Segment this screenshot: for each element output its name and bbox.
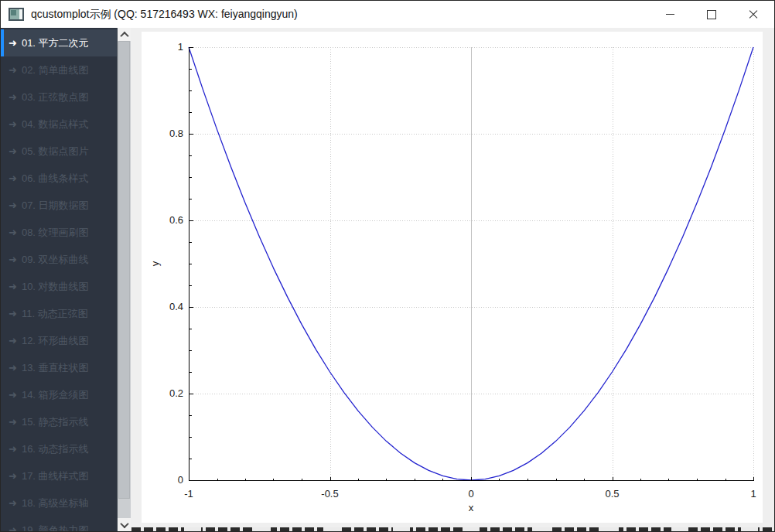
sidebar-item[interactable]: ➜12. 环形曲线图 (1, 327, 117, 354)
arrow-right-icon: ➜ (9, 254, 17, 265)
y-tick-label: 0 (178, 474, 183, 486)
sidebar-item[interactable]: ➜03. 正弦散点图 (1, 84, 117, 111)
sidebar-item[interactable]: ➜07. 日期数据图 (1, 192, 117, 219)
arrow-right-icon: ➜ (9, 308, 17, 319)
sidebar-item[interactable]: ➜17. 曲线样式图 (1, 462, 117, 489)
sidebar-item[interactable]: ➜19. 颜色热力图 (1, 517, 117, 531)
arrow-right-icon: ➜ (9, 362, 17, 373)
scroll-up-button[interactable] (118, 28, 131, 41)
sidebar-item[interactable]: ➜02. 简单曲线图 (1, 56, 117, 84)
arrow-right-icon: ➜ (9, 281, 17, 292)
sidebar-item-label: 02. 简单曲线图 (22, 64, 89, 76)
arrow-right-icon: ➜ (9, 172, 17, 184)
sidebar-item-label: 12. 环形曲线图 (22, 335, 89, 346)
app-icon-inner (11, 10, 16, 15)
sidebar-item[interactable]: ➜11. 动态正弦图 (1, 300, 117, 327)
arrow-right-icon: ➜ (9, 389, 17, 401)
y-axis-title: y (149, 261, 161, 266)
app-window-icon (9, 8, 24, 21)
window-title: qcustomplot示例 (QQ: 517216493 WX: feiyang… (31, 8, 298, 22)
y-tick-label: 0.2 (169, 387, 183, 399)
arrow-right-icon: ➜ (9, 37, 17, 49)
arrow-right-icon: ➜ (9, 227, 17, 238)
scrollbar-track[interactable] (118, 41, 131, 518)
sidebar-item[interactable]: ➜15. 静态指示线 (1, 408, 117, 435)
plot-panel: -1-0.500.5100.20.40.60.81xy (142, 32, 763, 523)
y-tick-label: 0.8 (169, 128, 183, 139)
window-body: ➜01. 平方二次元 ➜02. 简单曲线图 ➜03. 正弦散点图 ➜04. 数据… (1, 28, 774, 531)
sidebar-item-label: 05. 数据点图片 (22, 145, 89, 157)
sidebar-item-label: 11. 动态正弦图 (22, 308, 88, 319)
sidebar-item[interactable]: ➜16. 动态指示线 (1, 435, 117, 462)
sidebar-list: ➜01. 平方二次元 ➜02. 简单曲线图 ➜03. 正弦散点图 ➜04. 数据… (1, 28, 117, 531)
sidebar-item-label: 09. 双坐标曲线 (22, 254, 89, 265)
arrow-right-icon: ➜ (9, 335, 17, 346)
sidebar-item-label: 14. 箱形盒须图 (22, 389, 89, 401)
sidebar-item[interactable]: ➜13. 垂直柱状图 (1, 354, 117, 381)
sidebar-item[interactable]: ➜09. 双坐标曲线 (1, 246, 117, 273)
sidebar-item[interactable]: ➜18. 高级坐标轴 (1, 489, 117, 517)
sidebar-item-label: 18. 高级坐标轴 (22, 497, 89, 509)
sidebar-scrollbar[interactable] (117, 28, 131, 531)
sidebar-item-label: 03. 正弦散点图 (22, 91, 89, 103)
sidebar-item-label: 06. 曲线条样式 (22, 172, 89, 184)
arrow-right-icon: ➜ (9, 524, 17, 531)
sidebar-item[interactable]: ➜06. 曲线条样式 (1, 165, 117, 192)
chevron-down-icon (120, 519, 128, 527)
sidebar-item-label: 04. 数据点样式 (22, 118, 89, 130)
sidebar-item-label: 01. 平方二次元 (22, 37, 89, 49)
sidebar-item-label: 17. 曲线样式图 (22, 470, 89, 482)
arrow-right-icon: ➜ (9, 497, 17, 509)
sidebar-item-label: 07. 日期数据图 (22, 200, 89, 211)
window-controls (649, 1, 774, 28)
x-tick-label: 1 (750, 488, 756, 500)
x-tick-label: 0.5 (605, 488, 619, 500)
titlebar: qcustomplot示例 (QQ: 517216493 WX: feiyang… (1, 1, 774, 28)
chevron-up-icon (120, 31, 128, 39)
arrow-right-icon: ➜ (9, 200, 17, 211)
arrow-right-icon: ➜ (9, 145, 17, 157)
arrow-right-icon: ➜ (9, 443, 17, 455)
sidebar-item-label: 15. 静态指示线 (22, 416, 89, 428)
main-area: -1-0.500.5100.20.40.60.81xy (131, 28, 774, 531)
app-icon-panel (19, 9, 22, 19)
arrow-right-icon: ➜ (9, 118, 17, 130)
x-axis-title: x (469, 502, 474, 513)
sidebar-item[interactable]: ➜05. 数据点图片 (1, 138, 117, 165)
background-window-sliver (131, 527, 773, 531)
sidebar-item-label: 13. 垂直柱状图 (22, 362, 89, 373)
close-icon (749, 10, 758, 19)
sidebar-item-label: 08. 纹理画刷图 (22, 227, 89, 238)
arrow-right-icon: ➜ (9, 64, 17, 76)
arrow-right-icon: ➜ (9, 91, 17, 103)
plot-canvas[interactable]: -1-0.500.5100.20.40.60.81xy (142, 32, 763, 523)
maximize-icon (707, 10, 716, 19)
sidebar-item[interactable]: ➜04. 数据点样式 (1, 111, 117, 138)
x-tick-label: 0 (468, 488, 473, 500)
arrow-right-icon: ➜ (9, 416, 17, 428)
x-tick-label: -1 (184, 488, 193, 500)
minimize-icon (666, 14, 674, 15)
x-tick-label: -0.5 (321, 488, 338, 500)
sidebar-item-label: 19. 颜色热力图 (22, 524, 89, 531)
sidebar-item[interactable]: ➜08. 纹理画刷图 (1, 219, 117, 246)
y-tick-label: 0.4 (169, 301, 183, 312)
y-tick-label: 1 (178, 41, 183, 53)
arrow-right-icon: ➜ (9, 470, 17, 482)
app-window: qcustomplot示例 (QQ: 517216493 WX: feiyang… (0, 0, 775, 532)
sidebar-item[interactable]: ➜01. 平方二次元 (1, 29, 117, 56)
close-button[interactable] (732, 1, 774, 28)
minimize-button[interactable] (649, 1, 691, 28)
y-tick-label: 0.6 (169, 214, 183, 226)
scrollbar-thumb[interactable] (118, 41, 130, 499)
maximize-button[interactable] (691, 1, 732, 28)
sidebar-item-label: 16. 动态指示线 (22, 443, 89, 455)
sidebar-item[interactable]: ➜10. 对数曲线图 (1, 273, 117, 300)
sidebar-item[interactable]: ➜14. 箱形盒须图 (1, 381, 117, 408)
scroll-down-button[interactable] (118, 518, 131, 531)
axis-labels: -1-0.500.5100.20.40.60.81xy (149, 41, 756, 513)
sidebar-item-label: 10. 对数曲线图 (22, 281, 89, 292)
